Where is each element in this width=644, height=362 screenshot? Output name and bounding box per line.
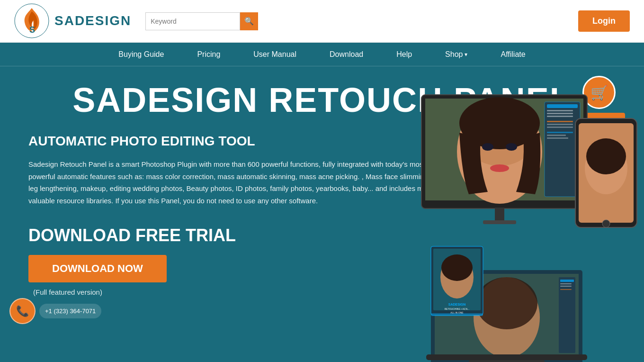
svg-rect-16 [547,121,573,122]
svg-point-9 [506,143,517,151]
logo-area: S SADESIGN 🔍 [14,3,258,39]
logo-text: SADESIGN [54,14,131,28]
svg-point-28 [476,277,537,329]
svg-text:RETOUCHING • ACN...: RETOUCHING • ACN... [445,308,470,310]
svg-rect-29 [559,277,575,353]
page-description: Sadesign Retouch Panel is a smart Photos… [28,158,440,207]
svg-rect-22 [495,208,504,222]
search-button[interactable]: 🔍 [240,12,258,30]
svg-rect-33 [560,289,572,290]
svg-rect-15 [547,116,573,117]
navigation: Buying Guide Pricing User Manual Downloa… [0,43,644,66]
svg-rect-13 [547,110,573,111]
svg-rect-31 [560,283,572,284]
svg-text:S: S [29,25,35,35]
svg-rect-30 [560,280,574,282]
svg-rect-12 [547,104,578,108]
nav-label-shop: Shop [445,50,463,59]
svg-point-40 [602,220,610,227]
search-icon: 🔍 [244,17,254,26]
download-button[interactable]: DOWNLOAD NOW [28,255,167,282]
search-input[interactable] [145,12,240,30]
svg-rect-32 [560,286,572,287]
phone-widget[interactable]: 📞 +1 (323) 364-7071 [9,298,101,324]
phone-icon: 📞 [9,298,36,324]
svg-rect-48 [431,313,483,316]
nav-affiliate[interactable]: Affiliate [498,50,528,59]
nav-label-user-manual: User Manual [253,50,296,59]
nav-pricing[interactable]: Pricing [195,50,223,59]
nav-buying-guide[interactable]: Buying Guide [116,50,166,59]
product-image-area: SADESIGN RETOUCHING • ACN... ALL IN ONE [407,90,644,362]
nav-download[interactable]: Download [327,50,366,59]
header: S SADESIGN 🔍 Login [0,0,644,43]
svg-point-10 [490,164,509,172]
nav-shop[interactable]: Shop ▾ [443,50,470,59]
logo-icon: S [14,3,50,39]
svg-rect-21 [547,137,568,139]
svg-rect-14 [547,113,573,114]
svg-text:SADESIGN: SADESIGN [448,303,466,306]
chevron-down-icon: ▾ [465,51,467,58]
nav-label-affiliate: Affiliate [501,50,525,59]
nav-label-pricing: Pricing [197,50,220,59]
svg-rect-20 [547,135,566,136]
nav-label-help: Help [396,50,412,59]
svg-rect-18 [547,127,573,128]
svg-rect-35 [469,360,545,362]
nav-user-manual[interactable]: User Manual [251,50,299,59]
phone-number: +1 (323) 364-7071 [39,304,101,318]
svg-rect-34 [426,354,587,360]
svg-point-44 [441,254,473,281]
logo-name: SADESIGN [54,14,131,28]
svg-rect-19 [547,132,573,133]
nav-label-download: Download [330,50,363,59]
nav-label-buying-guide: Buying Guide [118,50,164,59]
login-button[interactable]: Login [578,10,630,32]
svg-rect-23 [483,220,516,224]
svg-point-8 [482,143,493,151]
nav-help[interactable]: Help [394,50,414,59]
search-area: 🔍 [145,12,258,30]
svg-rect-17 [547,124,573,125]
svg-point-39 [586,138,626,174]
product-mockup-svg: SADESIGN RETOUCHING • ACN... ALL IN ONE [407,90,644,362]
